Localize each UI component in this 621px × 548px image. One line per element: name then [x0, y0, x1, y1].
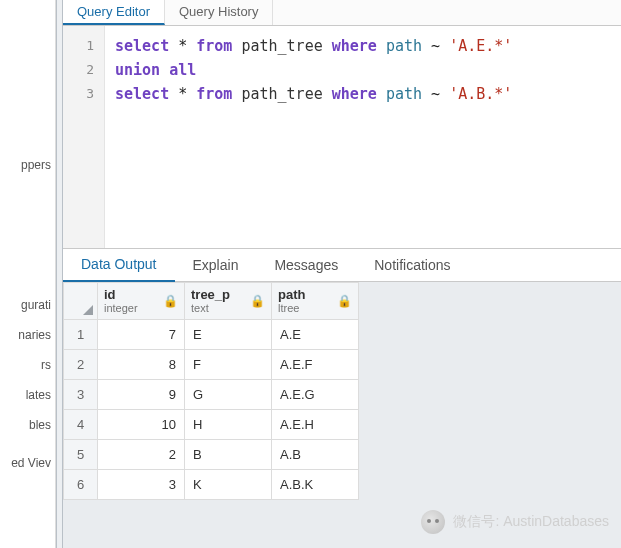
result-tabs: Data Output Explain Messages Notificatio… — [63, 248, 621, 282]
cell-tree-p[interactable]: B — [185, 440, 272, 470]
result-grid[interactable]: id integer 🔒 tree_p text — [63, 282, 621, 548]
table-row[interactable]: 410HA.E.H — [64, 410, 359, 440]
query-tabs: Query Editor Query History — [63, 0, 621, 26]
cell-id[interactable]: 7 — [98, 320, 185, 350]
cell-id[interactable]: 8 — [98, 350, 185, 380]
column-name: id — [104, 288, 138, 302]
column-type: text — [191, 302, 230, 314]
result-table: id integer 🔒 tree_p text — [63, 282, 359, 500]
line-number: 3 — [63, 82, 94, 106]
row-number[interactable]: 3 — [64, 380, 98, 410]
tree-item[interactable]: lates — [0, 380, 55, 410]
tree-item[interactable]: gurati — [0, 290, 55, 320]
row-number[interactable]: 4 — [64, 410, 98, 440]
tree-item[interactable]: ppers — [0, 150, 55, 180]
cell-tree-p[interactable]: H — [185, 410, 272, 440]
table-row[interactable]: 39GA.E.G — [64, 380, 359, 410]
column-header-tree-p[interactable]: tree_p text 🔒 — [185, 283, 272, 320]
cell-tree-p[interactable]: G — [185, 380, 272, 410]
main-panel: Query Editor Query History 1 2 3 select … — [63, 0, 621, 548]
tab-data-output[interactable]: Data Output — [63, 248, 175, 283]
line-number: 2 — [63, 58, 94, 82]
row-number[interactable]: 1 — [64, 320, 98, 350]
tree-item[interactable]: ed Viev — [0, 448, 55, 478]
vertical-splitter[interactable] — [56, 0, 63, 548]
row-number[interactable]: 2 — [64, 350, 98, 380]
cell-path[interactable]: A.E — [272, 320, 359, 350]
table-row[interactable]: 28FA.E.F — [64, 350, 359, 380]
select-all-corner[interactable] — [64, 283, 98, 320]
column-type: ltree — [278, 302, 305, 314]
column-name: path — [278, 288, 305, 302]
cell-path[interactable]: A.E.G — [272, 380, 359, 410]
tab-query-history[interactable]: Query History — [165, 0, 273, 25]
table-row[interactable]: 63KA.B.K — [64, 470, 359, 500]
lock-icon: 🔒 — [159, 294, 178, 308]
tree-item[interactable]: naries — [0, 320, 55, 350]
cell-id[interactable]: 2 — [98, 440, 185, 470]
sql-editor[interactable]: 1 2 3 select * from path_tree where path… — [63, 26, 621, 248]
tab-query-editor[interactable]: Query Editor — [63, 0, 165, 25]
tab-notifications[interactable]: Notifications — [356, 249, 468, 281]
cell-path[interactable]: A.B.K — [272, 470, 359, 500]
cell-id[interactable]: 9 — [98, 380, 185, 410]
lock-icon: 🔒 — [333, 294, 352, 308]
table-row[interactable]: 52BA.B — [64, 440, 359, 470]
cell-id[interactable]: 10 — [98, 410, 185, 440]
lock-icon: 🔒 — [246, 294, 265, 308]
tab-explain[interactable]: Explain — [175, 249, 257, 281]
tab-messages[interactable]: Messages — [256, 249, 356, 281]
cell-path[interactable]: A.E.H — [272, 410, 359, 440]
column-type: integer — [104, 302, 138, 314]
cell-id[interactable]: 3 — [98, 470, 185, 500]
line-number: 1 — [63, 34, 94, 58]
code-area[interactable]: select * from path_tree where path ~ 'A.… — [105, 26, 621, 248]
column-header-path[interactable]: path ltree 🔒 — [272, 283, 359, 320]
cell-path[interactable]: A.E.F — [272, 350, 359, 380]
tree-item[interactable]: rs — [0, 350, 55, 380]
browser-tree-panel: ppers gurati naries rs lates bles ed Vie… — [0, 0, 56, 548]
cell-tree-p[interactable]: E — [185, 320, 272, 350]
row-number[interactable]: 6 — [64, 470, 98, 500]
corner-triangle-icon — [83, 305, 93, 315]
table-row[interactable]: 17EA.E — [64, 320, 359, 350]
row-number[interactable]: 5 — [64, 440, 98, 470]
line-gutter: 1 2 3 — [63, 26, 105, 248]
tree-item[interactable]: bles — [0, 410, 55, 440]
cell-tree-p[interactable]: F — [185, 350, 272, 380]
column-header-id[interactable]: id integer 🔒 — [98, 283, 185, 320]
column-name: tree_p — [191, 288, 230, 302]
cell-tree-p[interactable]: K — [185, 470, 272, 500]
cell-path[interactable]: A.B — [272, 440, 359, 470]
